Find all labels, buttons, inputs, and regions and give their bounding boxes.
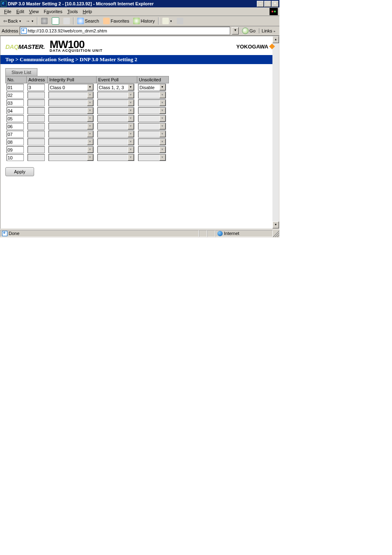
event-select[interactable]: Class 1, 2, 3▼ (97, 84, 134, 91)
no-input: 08 (7, 138, 24, 145)
separator (37, 17, 38, 25)
yokogawa-logo: YOKOGAWA (236, 44, 274, 50)
globe-icon (217, 231, 223, 236)
print-button[interactable] (175, 17, 185, 25)
history-icon (133, 18, 140, 24)
address-label: Address (2, 28, 18, 33)
resize-grip[interactable] (273, 230, 279, 237)
menu-help[interactable]: Help (80, 8, 95, 15)
address-input (28, 146, 45, 153)
table-row: 013Class 0▼Class 1, 2, 3▼Disable▼ (6, 83, 169, 92)
chevron-down-icon: ▼ (159, 131, 166, 137)
separator (158, 17, 159, 25)
address-input (28, 138, 45, 145)
unsolicited-select: ▼ (138, 107, 166, 114)
stop-button[interactable] (39, 17, 49, 25)
event-select: ▼ (97, 107, 134, 114)
menu-tools[interactable]: Tools (65, 8, 81, 15)
page-icon (2, 231, 7, 236)
vertical-scrollbar[interactable]: ▲ ▼ (272, 36, 279, 228)
no-input: 03 (7, 99, 24, 106)
header-address: Address (27, 76, 48, 83)
forward-arrow-icon: → (25, 18, 30, 23)
chevron-down-icon: ▼ (87, 100, 93, 106)
apply-button[interactable]: Apply (5, 167, 34, 176)
back-arrow-icon: ⇦ (3, 18, 7, 24)
event-select: ▼ (97, 99, 134, 106)
links-button[interactable]: Links » (259, 28, 278, 33)
maximize-button[interactable]: □ (264, 1, 271, 7)
header-logo-row: DAQMASTER. MW100 DATA ACQUISITION UNIT Y… (5, 38, 274, 55)
search-button[interactable]: Search (76, 17, 101, 25)
close-button[interactable]: ✕ (272, 1, 279, 7)
chevron-down-icon: ▼ (128, 131, 134, 137)
chevron-down-icon: ▼ (128, 147, 134, 153)
unsolicited-select: ▼ (138, 123, 166, 130)
no-input: 05 (7, 115, 24, 122)
event-select: ▼ (97, 115, 134, 122)
chevron-down-icon: ▼ (87, 92, 93, 98)
daq-text: DAQ (5, 43, 18, 50)
chevron-down-icon: ▼ (128, 108, 134, 114)
chevron-down-icon: ▼ (87, 131, 93, 137)
event-select: ▼ (97, 92, 134, 99)
forward-button[interactable]: → ▼ (24, 18, 35, 24)
refresh-icon (52, 17, 59, 25)
go-label: Go (249, 28, 256, 33)
menu-edit[interactable]: Edit (14, 8, 27, 15)
daqmaster-logo: DAQMASTER. (5, 43, 45, 50)
history-button[interactable]: History (131, 17, 156, 25)
chevron-down-icon: ▼ (159, 100, 166, 106)
address-input[interactable]: 3 (28, 84, 45, 91)
minimize-button[interactable]: ─ (257, 1, 264, 7)
back-button[interactable]: ⇦ Back ▼ (2, 18, 23, 25)
mail-button[interactable]: ▼ (161, 17, 174, 25)
favorites-button[interactable]: Favorites (101, 17, 131, 25)
refresh-button[interactable] (50, 16, 61, 25)
home-button[interactable] (62, 17, 71, 25)
master-text: MASTER (18, 43, 43, 50)
address-bar: Address http://10.0.123.92/web/com_dnm2.… (0, 26, 279, 36)
chevron-down-icon: ▼ (159, 92, 166, 98)
mw100-text: MW100 (50, 40, 103, 48)
address-input[interactable]: http://10.0.123.92/web/com_dnm2.shtm (20, 27, 230, 35)
scroll-up-button[interactable]: ▲ (272, 36, 279, 43)
chevron-down-icon: ▼ (31, 20, 34, 23)
status-zone-label: Internet (224, 231, 239, 236)
chevron-down-icon: ▼ (159, 139, 166, 145)
address-input (28, 92, 45, 99)
header-no: No. (6, 76, 27, 83)
mail-icon (162, 18, 169, 24)
search-label: Search (85, 18, 99, 23)
integrity-select[interactable]: Class 0▼ (48, 84, 94, 91)
menu-bar: File Edit View Favorites Tools Help (0, 7, 279, 16)
go-button[interactable]: Go (240, 28, 257, 34)
address-input (28, 115, 45, 122)
unsolicited-select: ▼ (138, 92, 166, 99)
ie-icon (1, 1, 7, 7)
menu-favorites[interactable]: Favorites (41, 8, 65, 15)
address-dropdown[interactable]: ▼ (232, 27, 239, 35)
menu-view[interactable]: View (27, 8, 42, 15)
scroll-down-button[interactable]: ▼ (272, 221, 279, 228)
unsolicited-select: ▼ (138, 131, 166, 138)
address-input (28, 131, 45, 138)
chevron-down-icon: ▼ (128, 92, 134, 98)
ie-throbber-icon (270, 8, 278, 15)
scroll-track[interactable] (272, 43, 279, 221)
chevron-down-icon: ▼ (87, 147, 93, 153)
integrity-select: ▼ (48, 99, 94, 106)
chevron-down-icon: ▼ (87, 154, 93, 161)
integrity-select: ▼ (48, 138, 94, 145)
tab-slave-list[interactable]: Slave List (5, 68, 37, 76)
window-title: DNP 3.0 Master Setting 2 - [10.0.123.92]… (8, 1, 256, 6)
chevron-down-icon: ▼ (159, 123, 166, 129)
yokogawa-text: YOKOGAWA (236, 44, 268, 50)
unsolicited-select[interactable]: Disable▼ (138, 84, 166, 91)
table-row: 09▼▼▼ (6, 146, 169, 154)
no-input[interactable]: 01 (7, 84, 24, 91)
chevron-down-icon: ▼ (128, 123, 134, 129)
menu-file[interactable]: File (2, 8, 14, 15)
chevron-down-icon: ▼ (170, 20, 173, 23)
integrity-select: ▼ (48, 154, 94, 161)
